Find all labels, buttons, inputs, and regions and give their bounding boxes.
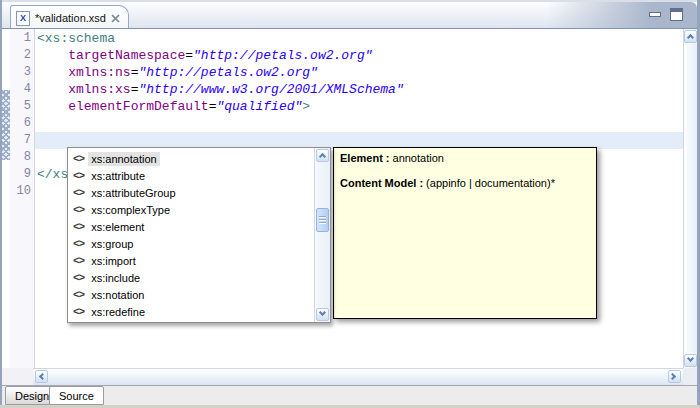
scroll-right-icon[interactable] — [668, 370, 681, 383]
xml-element-icon: <> — [73, 255, 84, 267]
scroll-left-icon[interactable] — [35, 370, 48, 383]
assist-item-label: xs:redefine — [88, 305, 148, 319]
code-line-1: <xs:schema — [37, 30, 115, 47]
tooltip-element-row: Element :annotation — [340, 152, 590, 164]
tooltip-content-model-label: Content Model : — [340, 177, 423, 189]
line-number-3: 3 — [10, 64, 31, 81]
window-border-left — [0, 0, 2, 405]
assist-item-xs-include[interactable]: <>xs:include — [68, 269, 313, 286]
assist-item-label: xs:notation — [88, 288, 147, 302]
xsd-file-icon: X — [16, 11, 30, 26]
tooltip-content-model-row: Content Model :(appinfo | documentation)… — [340, 177, 590, 189]
assist-item-xs-annotation[interactable]: <>xs:annotation — [68, 150, 313, 167]
editor-tab-title: *validation.xsd — [35, 12, 106, 24]
content-assist-popup: <>xs:annotation<>xs:attribute<>xs:attrib… — [67, 147, 331, 323]
assist-item-xs-complexType[interactable]: <>xs:complexType — [68, 201, 313, 218]
xml-element-icon: <> — [73, 204, 84, 216]
line-number-9: 9 — [10, 166, 31, 183]
minimize-view-icon[interactable] — [649, 12, 661, 17]
assist-item-xs-notation[interactable]: <>xs:notation — [68, 286, 313, 303]
line-number-1: 1 — [10, 30, 31, 47]
tooltip-element-value: annotation — [393, 152, 444, 164]
tooltip-content-model-value: (appinfo | documentation)* — [426, 177, 555, 189]
xml-element-icon: <> — [73, 153, 84, 165]
line-number-8: 8 — [10, 149, 31, 166]
assist-item-xs-element[interactable]: <>xs:element — [68, 218, 313, 235]
editor-vertical-scrollbar[interactable] — [683, 29, 698, 368]
content-assist-scrollbar[interactable] — [314, 148, 330, 322]
code-line-3: xmlns:ns="http://petals.ow2.org" — [37, 64, 318, 81]
maximize-view-icon[interactable] — [670, 8, 683, 21]
assist-item-label: xs:element — [88, 220, 147, 234]
xml-element-icon: <> — [73, 187, 84, 199]
line-number-4: 4 — [10, 81, 31, 98]
editor-tab-validation-xsd[interactable]: X *validation.xsd — [10, 5, 129, 30]
assist-item-xs-attribute[interactable]: <>xs:attribute — [68, 167, 313, 184]
assist-item-label: xs:annotation — [88, 152, 159, 166]
scroll-down-icon[interactable] — [684, 354, 697, 367]
xml-element-icon: <> — [73, 272, 84, 284]
code-line-5: elementFormDefault="qualified"> — [37, 98, 310, 115]
xml-element-icon: <> — [73, 289, 84, 301]
scroll-up-icon[interactable] — [684, 30, 697, 43]
range-indicator — [2, 90, 10, 160]
assist-item-label: xs:attribute — [88, 169, 148, 183]
xml-element-icon: <> — [73, 306, 84, 318]
assist-item-label: xs:import — [88, 254, 139, 268]
line-number-6: 6 — [10, 115, 31, 132]
assist-item-xs-redefine[interactable]: <>xs:redefine — [68, 303, 313, 320]
tooltip-element-label: Element : — [340, 152, 390, 164]
line-number-gutter: 12345678910 — [10, 29, 35, 368]
assist-item-label: xs:group — [88, 237, 136, 251]
assist-item-xs-import[interactable]: <>xs:import — [68, 252, 313, 269]
code-line-2: targetNamespace="http://petals.ow2.org" — [37, 47, 373, 64]
tab-source[interactable]: Source — [49, 386, 104, 405]
content-assist-list: <>xs:annotation<>xs:attribute<>xs:attrib… — [68, 150, 313, 322]
assist-item-label: xs:include — [88, 271, 143, 285]
line-number-10: 10 — [10, 183, 31, 200]
code-line-4: xmlns:xs="http://www.w3.org/2001/XMLSche… — [37, 81, 404, 98]
content-assist-doc-tooltip: Element :annotation Content Model :(appi… — [333, 147, 597, 319]
close-tab-icon[interactable] — [111, 14, 120, 23]
assist-scroll-down-icon[interactable] — [316, 308, 329, 321]
xml-element-icon: <> — [73, 221, 84, 233]
code-line-9: </xs — [37, 166, 68, 183]
assist-item-label: xs:complexType — [88, 203, 173, 217]
line-number-5: 5 — [10, 98, 31, 115]
scrollbar-corner-left — [2, 368, 33, 385]
eclipse-editor-window: X *validation.xsd 12345678910 <xs:schema… — [0, 0, 700, 408]
xml-element-icon: <> — [73, 238, 84, 250]
assist-item-xs-group[interactable]: <>xs:group — [68, 235, 313, 252]
line-number-7: 7 — [10, 132, 31, 149]
editor-tab-bar: X *validation.xsd — [2, 2, 697, 28]
xml-element-icon: <> — [73, 170, 84, 182]
assist-item-xs-attributeGroup[interactable]: <>xs:attributeGroup — [68, 184, 313, 201]
editor-horizontal-scrollbar[interactable] — [33, 368, 683, 385]
assist-scroll-up-icon[interactable] — [316, 149, 329, 162]
assist-item-label: xs:attributeGroup — [88, 186, 178, 200]
scrollbar-corner-right — [683, 368, 698, 385]
page-tab-bar: Design Source — [2, 385, 697, 405]
line-number-2: 2 — [10, 47, 31, 64]
assist-scroll-thumb[interactable] — [316, 208, 329, 232]
